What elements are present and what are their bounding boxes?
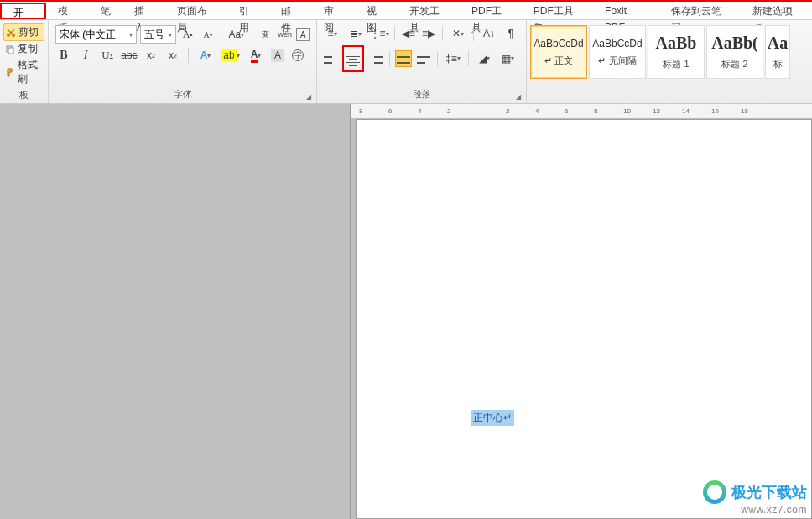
asian-layout-icon: ✕ [452, 28, 461, 39]
enclose-characters-button[interactable]: 字 [289, 47, 306, 64]
style-heading1[interactable]: AaBb 标题 1 [648, 25, 705, 79]
selected-text[interactable]: 正中心↵ [471, 410, 514, 426]
font-dialog-launcher[interactable]: ◢ [306, 93, 315, 101]
style-heading3[interactable]: Aa 标 [765, 25, 790, 79]
text-effects-button[interactable]: A▾ [195, 47, 216, 64]
style-heading2[interactable]: AaBb( 标题 2 [706, 25, 763, 79]
ruler-mark: 4 [535, 107, 539, 115]
paragraph-group-label: 段落 [320, 86, 523, 103]
ruler-mark: 8 [594, 107, 597, 115]
line-spacing-button[interactable]: ‡≡▾ [443, 50, 463, 67]
tab-references[interactable]: 引用 [227, 3, 270, 19]
asian-layout-button[interactable]: ✕▾ [448, 25, 468, 42]
tab-save-cloud[interactable]: 保存到云笔记 [659, 3, 741, 19]
char-border-button[interactable]: A [296, 28, 310, 41]
tab-view[interactable]: 视图 [355, 3, 398, 19]
format-painter-label: 格式刷 [18, 58, 43, 86]
numbering-button[interactable]: ≣▾ [346, 25, 366, 42]
bold-button[interactable]: B [55, 47, 72, 64]
bullets-button[interactable]: ≡▾ [322, 25, 342, 42]
numbering-icon: ≣ [350, 28, 358, 39]
tab-new-tab[interactable]: 新建选项卡 [741, 3, 812, 19]
tab-foxit-pdf[interactable]: Foxit PDF [593, 3, 659, 19]
paragraph-dialog-launcher[interactable]: ◢ [516, 93, 524, 101]
style-no-spacing[interactable]: AaBbCcDd ↵ 无间隔 [589, 25, 646, 79]
style-preview: AaBbCcDd [592, 38, 642, 49]
font-color-button[interactable]: A▾ [246, 47, 266, 64]
align-right-button[interactable] [367, 50, 384, 67]
ruler-mark: 10 [623, 107, 631, 115]
horizontal-ruler[interactable]: 8 6 4 2 2 4 6 8 10 12 14 16 18 [351, 104, 812, 119]
tab-pen[interactable]: 笔 [89, 3, 122, 19]
ruler-mark: 12 [653, 107, 660, 115]
style-preview: AaBbCcDd [534, 38, 583, 49]
ruler-mark: 16 [711, 107, 719, 115]
increase-indent-button[interactable]: ≡▶ [420, 25, 437, 42]
ruler-mark: 6 [565, 107, 568, 115]
italic-button[interactable]: I [77, 47, 94, 64]
bullets-icon: ≡ [327, 28, 333, 39]
workspace: 8 6 4 2 2 4 6 8 10 12 14 16 18 正中心↵ [0, 104, 812, 519]
tab-pdf-tools[interactable]: PDF工具 [460, 3, 522, 19]
enclose-char-button[interactable]: wén [277, 26, 293, 43]
tab-pdf-toolset[interactable]: PDF工具集 [522, 3, 593, 19]
multilevel-list-button[interactable]: ⋮≡▾ [369, 25, 389, 42]
style-name: ↵ 正文 [544, 54, 573, 67]
align-distribute-button[interactable] [415, 50, 432, 67]
chevron-down-icon: ▾ [129, 31, 133, 39]
copy-icon [5, 44, 15, 54]
tab-page-layout[interactable]: 页面布局 [165, 3, 227, 19]
style-normal[interactable]: AaBbCcDd ↵ 正文 [530, 25, 587, 79]
ruler-mark: 2 [447, 107, 450, 115]
tab-template[interactable]: 模板 [46, 3, 89, 19]
menu-bar: 开始 模板 笔 插入 页面布局 引用 邮件 审阅 视图 开发工具 PDF工具 P… [0, 0, 812, 20]
tab-review[interactable]: 审阅 [312, 3, 355, 19]
grow-font-button[interactable]: A▴ [180, 26, 195, 43]
watermark-title: 极光下载站 [731, 482, 807, 502]
borders-button[interactable]: ▦▾ [497, 50, 518, 67]
watermark-url: www.xz7.com [703, 504, 807, 516]
strikethrough-button[interactable]: abc [121, 47, 138, 64]
borders-icon: ▦ [502, 53, 511, 65]
paint-bucket-icon: ◢ [479, 53, 487, 65]
align-center-button[interactable] [345, 53, 362, 70]
tab-mail[interactable]: 邮件 [269, 3, 312, 19]
phonetic-guide-button[interactable]: 変 [258, 26, 273, 43]
tab-home[interactable]: 开始 [0, 3, 46, 19]
ribbon: 剪切 复制 格式刷 板 宋体 (中文正 ▾ [0, 20, 812, 104]
indent-icon: ≡▶ [422, 28, 435, 39]
tab-developer[interactable]: 开发工具 [398, 3, 460, 19]
shrink-font-button[interactable]: A▾ [200, 26, 216, 43]
font-size-value: 五号 [144, 28, 164, 42]
decrease-indent-button[interactable]: ◀≡ [400, 25, 417, 42]
align-left-button[interactable] [322, 50, 339, 67]
separator [473, 26, 474, 41]
copy-button[interactable]: 复制 [3, 41, 44, 57]
sort-button[interactable]: A↓ [479, 25, 499, 42]
phonetic-icon: 変 [262, 29, 269, 40]
separator [389, 51, 390, 66]
document-page[interactable]: 正中心↵ [356, 119, 812, 519]
align-left-icon [324, 53, 337, 65]
font-name-combo[interactable]: 宋体 (中文正 ▾ [55, 25, 137, 44]
char-shading-button[interactable]: A [271, 49, 284, 62]
subscript-button[interactable]: x2 [143, 47, 159, 64]
align-justify-button[interactable] [395, 50, 412, 67]
align-justify-icon [397, 53, 410, 65]
ruler-mark: 2 [506, 107, 509, 115]
highlight-button[interactable]: ab▾ [221, 47, 241, 64]
change-case-button[interactable]: Aa▾ [226, 26, 246, 43]
shading-button[interactable]: ◢▾ [474, 50, 494, 67]
format-painter-button[interactable]: 格式刷 [3, 57, 44, 87]
superscript-button[interactable]: x2 [164, 47, 181, 64]
line-spacing-icon: ‡≡ [445, 53, 457, 65]
style-name: 标题 2 [721, 58, 747, 70]
underline-button[interactable]: U▾ [99, 47, 116, 64]
font-size-combo[interactable]: 五号 ▾ [140, 25, 176, 44]
cut-button[interactable]: 剪切 [3, 23, 44, 41]
show-marks-button[interactable]: ¶ [502, 25, 519, 42]
style-preview: AaBb( [711, 34, 758, 53]
ruler-mark: 8 [359, 107, 362, 115]
tab-insert[interactable]: 插入 [122, 3, 165, 19]
style-preview: AaBb [656, 34, 697, 53]
